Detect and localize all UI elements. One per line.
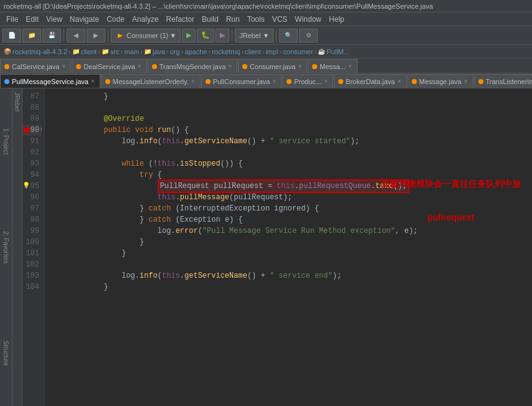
code-line-93: while (!this.isStopped()) { <box>50 158 527 169</box>
breadcrumb-root[interactable]: 📦 rocketmq-all-4.3.2 <box>4 48 67 55</box>
project-panel[interactable]: 1: Project <box>0 88 12 194</box>
breadcrumb-main[interactable]: main <box>124 48 139 55</box>
tab-label-produce: Produc... <box>294 78 321 85</box>
ln-94: 94 <box>22 169 42 181</box>
root-folder-icon: 📦 <box>4 48 11 55</box>
tab-close-pullmessageservice[interactable]: × <box>91 78 95 85</box>
tab-produce[interactable]: Produc... × <box>282 74 333 88</box>
tab-pullconsumer[interactable]: PullConsumer.java × <box>201 74 282 88</box>
tab-consumer[interactable]: Consumer.java × <box>238 59 307 73</box>
structure2-panel[interactable]: Structure <box>0 300 12 406</box>
structure-panel[interactable]: 2: Favorites <box>0 194 12 300</box>
tab-close-transmsgsender[interactable]: × <box>228 63 232 70</box>
tab-dot-consumer <box>242 64 247 69</box>
open-button[interactable]: 📁 <box>22 29 41 42</box>
jrebel-button[interactable]: JRebel ▼ <box>235 29 273 42</box>
menu-build[interactable]: Build <box>198 14 222 25</box>
code-line-98: } catch (Exception e) { <box>50 214 527 225</box>
menu-navigate[interactable]: Navigate <box>66 14 103 25</box>
ln-88: 88 <box>22 102 42 113</box>
breadcrumb-org[interactable]: org <box>170 48 180 55</box>
tab-brokerdata[interactable]: BrokerData.java × <box>334 74 407 88</box>
run-config-dropdown-icon[interactable]: ▼ <box>169 32 176 39</box>
debug-button[interactable]: 🐛 <box>197 29 214 42</box>
menu-bar: File Edit View Navigate Code Analyze Ref… <box>0 12 532 26</box>
tab-messa[interactable]: Messa... × <box>308 59 357 73</box>
code-content[interactable]: } @Override public void run() { log.info… <box>45 88 532 406</box>
menu-window[interactable]: Window <box>291 14 325 25</box>
coverage-button[interactable]: ▶ <box>216 29 229 42</box>
ln-89: 89 <box>22 113 42 125</box>
tab-close-brokerdata[interactable]: × <box>397 78 401 85</box>
breadcrumb-rocketmq[interactable]: rocketmq <box>212 48 240 55</box>
tab-translistener[interactable]: TransListenerImp.java × <box>474 74 532 88</box>
sep1 <box>64 29 64 42</box>
menu-help[interactable]: Help <box>325 14 348 25</box>
new-button[interactable]: 📄 <box>2 29 21 42</box>
menu-refactor[interactable]: Refactor <box>163 14 198 25</box>
file-icon: ☕ <box>318 48 325 55</box>
code-line-104: } <box>50 281 527 293</box>
breadcrumb-apache[interactable]: apache <box>184 48 207 55</box>
back-button[interactable]: ◀ <box>67 29 85 42</box>
tab-label-dealservice: DealService.java <box>83 63 135 70</box>
tab-close-pullconsumer[interactable]: × <box>272 78 276 85</box>
forward-button[interactable]: ▶ <box>87 29 105 42</box>
tab-close-produce[interactable]: × <box>324 78 328 85</box>
breadcrumb-client2[interactable]: client <box>245 48 261 55</box>
breakpoint-90 <box>24 127 30 133</box>
tab-dot-pullconsumer <box>206 79 211 84</box>
run-config-button[interactable]: ▶ Consumer (1) ▼ <box>111 29 181 42</box>
tab-dot-translistener <box>478 79 483 84</box>
tab-label-pullconsumer: PullConsumer.java <box>213 78 270 85</box>
breadcrumb-java[interactable]: 📁 java <box>144 48 165 55</box>
tab-close-calservice[interactable]: × <box>62 63 65 70</box>
menu-view[interactable]: View <box>42 14 66 25</box>
tab-message[interactable]: Message.java × <box>407 74 473 88</box>
ln-90: 90 ! <box>22 125 42 136</box>
menu-file[interactable]: File <box>2 14 22 25</box>
breadcrumb-file[interactable]: ☕ PullM... <box>318 48 349 55</box>
tab-calservice[interactable]: CalService.java × <box>0 59 71 73</box>
tab-pullmessageservice[interactable]: PullMessageService.java × <box>0 74 100 88</box>
menu-analyze[interactable]: Analyze <box>128 14 163 25</box>
menu-edit[interactable]: Edit <box>22 14 42 25</box>
tab-dot-dealservice <box>76 64 81 69</box>
code-line-102 <box>50 259 527 270</box>
settings-button[interactable]: ⚙ <box>299 29 318 42</box>
tab-close-messa[interactable]: × <box>348 63 352 70</box>
tab-dot-brokerdata <box>338 79 343 84</box>
code-line-95: PullRequest pullRequest = this.pullReque… <box>50 181 527 192</box>
menu-code[interactable]: Code <box>103 14 128 25</box>
search-everywhere-button[interactable]: 🔍 <box>279 29 298 42</box>
tab-msglistener[interactable]: MessageListenerOrderly. × <box>101 74 201 88</box>
ln-104: 104 <box>22 281 42 293</box>
menu-run[interactable]: Run <box>222 14 244 25</box>
ln-91: 91 <box>22 136 42 147</box>
breadcrumb-impl[interactable]: impl <box>265 48 278 55</box>
breadcrumb: 📦 rocketmq-all-4.3.2 › 📁 client › 📁 src … <box>0 45 532 59</box>
breadcrumb-consumer[interactable]: consumer <box>283 48 313 55</box>
tab-close-consumer[interactable]: × <box>298 63 302 70</box>
line-numbers: 87 88 89 90 ! 91 92 93 94 💡 95 96 97 98 … <box>22 88 45 406</box>
code-line-101: } <box>50 248 527 259</box>
run-button[interactable]: ▶ <box>182 29 196 42</box>
tab-close-message[interactable]: × <box>464 78 468 85</box>
save-button[interactable]: 💾 <box>42 29 61 42</box>
menu-vcs[interactable]: VCS <box>268 14 292 25</box>
src-folder-icon: 📁 <box>102 48 109 55</box>
sep2 <box>108 29 108 42</box>
jrebel-side-panel[interactable]: JRebel <box>12 88 22 115</box>
ln-98: 98 <box>22 214 42 225</box>
tab-dot-pullmessageservice <box>4 79 9 84</box>
tab-transmsgsender[interactable]: TransMsgSender.java × <box>148 59 237 73</box>
ln-97: 97 <box>22 203 42 214</box>
breadcrumb-client[interactable]: 📁 client <box>72 48 97 55</box>
code-line-103: log.info(this.getServiceName() + " servi… <box>50 270 527 281</box>
menu-tools[interactable]: Tools <box>244 14 268 25</box>
tab-close-msglistener[interactable]: × <box>191 78 195 85</box>
tab-dealservice[interactable]: DealService.java × <box>72 59 146 73</box>
code-editor[interactable]: 87 88 89 90 ! 91 92 93 94 💡 95 96 97 98 … <box>22 88 532 406</box>
tab-close-dealservice[interactable]: × <box>138 63 141 70</box>
breadcrumb-src[interactable]: 📁 src <box>102 48 120 55</box>
